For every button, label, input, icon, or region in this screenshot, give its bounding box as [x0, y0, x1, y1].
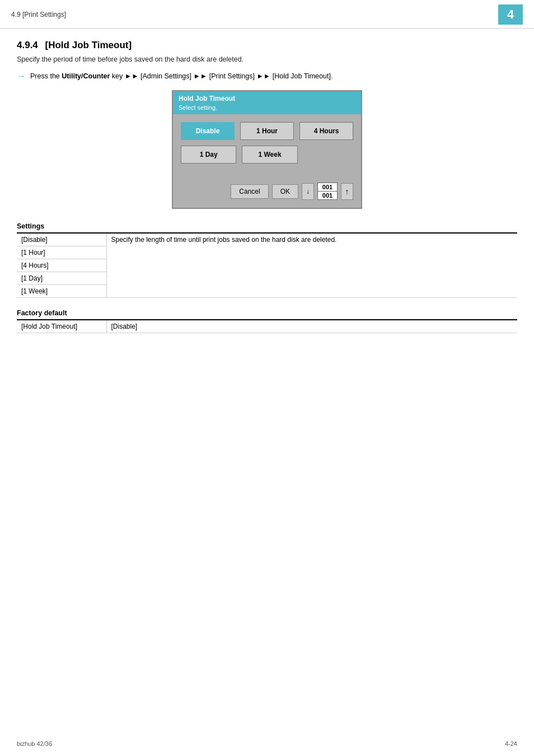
footer-left: bizhub 42/36: [17, 740, 52, 747]
factory-row: [Hold Job Timeout][Disable]: [17, 320, 517, 333]
nav-arrow-icon: →: [17, 71, 26, 81]
btn-disable[interactable]: Disable: [181, 122, 235, 140]
down-arrow-button[interactable]: ↓: [302, 183, 314, 200]
btn-1hour[interactable]: 1 Hour: [240, 122, 294, 140]
cancel-button[interactable]: Cancel: [231, 184, 268, 199]
counter-top: 001: [318, 183, 337, 192]
footer-right: 4-24: [505, 740, 517, 747]
factory-label: Factory default: [17, 309, 517, 317]
settings-row-name: [1 Week]: [17, 285, 106, 298]
header-section-label: 4.9 [Print Settings]: [11, 11, 66, 18]
btn-1week[interactable]: 1 Week: [242, 146, 297, 164]
btn-4hours[interactable]: 4 Hours: [299, 122, 353, 140]
page-footer: bizhub 42/36 4-24: [17, 740, 517, 747]
settings-row-name: [1 Hour]: [17, 246, 106, 259]
settings-row-name: [4 Hours]: [17, 259, 106, 272]
section-heading: 4.9.4 [Hold Job Timeout]: [17, 40, 517, 51]
dialog-buttons-row-2: 1 Day 1 Week: [181, 146, 353, 164]
up-arrow-icon: ↑: [345, 187, 349, 196]
down-arrow-icon: ↓: [306, 188, 310, 195]
dialog-footer: Cancel OK ↓ 001 001 ↑: [181, 179, 353, 202]
section-description: Specify the period of time before jobs s…: [17, 55, 517, 63]
chapter-number-box: 4: [498, 4, 523, 25]
nav-path-text: Press the Utility/Counter key ►► [Admin …: [30, 72, 332, 80]
settings-label: Settings: [17, 222, 517, 230]
settings-section: Settings [Disable]Specify the length of …: [17, 222, 517, 298]
main-content: 4.9.4 [Hold Job Timeout] Specify the per…: [0, 29, 534, 361]
dialog-title-line1: Hold Job Timeout: [179, 94, 355, 104]
counter-bottom: 001: [318, 192, 337, 199]
dialog-box: Hold Job Timeout Select setting. Disable…: [172, 90, 362, 209]
settings-row-desc: Specify the length of time until print j…: [106, 233, 517, 298]
dialog-spacer: [181, 169, 353, 179]
factory-section: Factory default [Hold Job Timeout][Disab…: [17, 309, 517, 333]
factory-row-value: [Disable]: [106, 320, 517, 333]
nav-key: Utility/Counter: [62, 72, 110, 80]
settings-row-name: [Disable]: [17, 233, 106, 246]
up-arrow-button[interactable]: ↑: [341, 183, 353, 200]
settings-table: [Disable]Specify the length of time unti…: [17, 232, 517, 298]
dialog-title-bar: Hold Job Timeout Select setting.: [173, 91, 361, 114]
section-number: 4.9.4: [17, 40, 38, 50]
header-bar: 4.9 [Print Settings] 4: [0, 0, 534, 29]
factory-row-name: [Hold Job Timeout]: [17, 320, 106, 333]
nav-path: → Press the Utility/Counter key ►► [Admi…: [17, 71, 517, 81]
section-title: [Hold Job Timeout]: [45, 40, 132, 50]
dialog-body: Disable 1 Hour 4 Hours 1 Day 1 Week Canc…: [173, 114, 361, 208]
dialog-buttons-row-1: Disable 1 Hour 4 Hours: [181, 122, 353, 140]
btn-1day[interactable]: 1 Day: [181, 146, 236, 164]
settings-row: [Disable]Specify the length of time unti…: [17, 233, 517, 246]
dialog-title-line2: Select setting.: [179, 104, 355, 112]
counter-box: 001 001: [317, 183, 338, 200]
factory-table: [Hold Job Timeout][Disable]: [17, 319, 517, 333]
settings-row-name: [1 Day]: [17, 272, 106, 285]
ok-button[interactable]: OK: [272, 184, 298, 199]
dialog-container: Hold Job Timeout Select setting. Disable…: [17, 90, 517, 209]
